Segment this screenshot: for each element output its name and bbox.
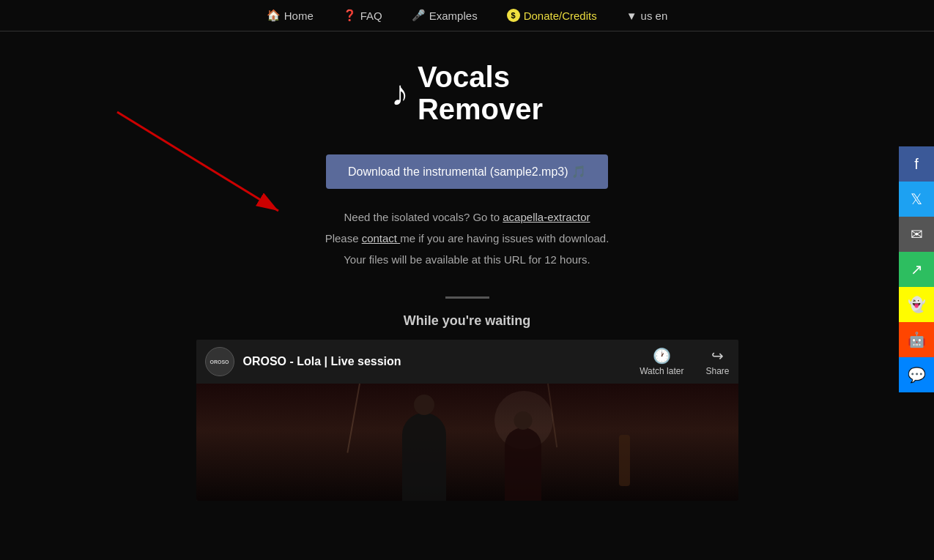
app-title: Vocals Remover (418, 61, 543, 125)
twitter-icon: 𝕏 (911, 190, 922, 208)
email-share-button[interactable]: ✉ (899, 217, 934, 252)
vocals-info: Need the isolated vocals? Go to acapella… (325, 211, 609, 223)
nav-donate[interactable]: $ Donate/Credits (507, 9, 597, 22)
channel-avatar: OROSO (205, 347, 234, 376)
info-section: Need the isolated vocals? Go to acapella… (325, 211, 609, 275)
nav-home[interactable]: 🏠 Home (267, 9, 314, 22)
facebook-icon: f (914, 156, 919, 173)
snapchat-share-button[interactable]: 👻 (899, 287, 934, 322)
arrow-pointer (95, 97, 315, 229)
sharethis-button[interactable]: ↗ (899, 252, 934, 287)
main-nav: 🏠 Home ❓ FAQ 🎤 Examples $ Donate/Credits… (0, 0, 934, 31)
video-scene (196, 384, 738, 501)
clock-icon: 🕐 (653, 347, 671, 365)
nav-examples[interactable]: 🎤 Examples (412, 9, 478, 22)
video-thumbnail[interactable] (196, 384, 738, 501)
contact-link[interactable]: contact (362, 232, 401, 244)
email-icon: ✉ (911, 225, 923, 243)
twitter-share-button[interactable]: 𝕏 (899, 182, 934, 217)
download-instrumental-button[interactable]: Download the instrumental (sample2.mp3) … (326, 154, 608, 189)
home-icon: 🏠 (267, 9, 281, 22)
snapchat-icon: 👻 (908, 296, 926, 313)
main-content: ♪ Vocals Remover Download the instrument… (0, 31, 934, 515)
share-button[interactable]: ↪ Share (705, 347, 729, 376)
messenger-share-button[interactable]: 💬 (899, 357, 934, 392)
video-actions: 🕐 Watch later ↪ Share (640, 347, 729, 376)
svg-line-1 (117, 112, 278, 211)
availability-info: Your files will be available at this URL… (325, 253, 609, 266)
faq-icon: ❓ (343, 9, 357, 22)
dollar-icon: $ (507, 9, 520, 22)
contact-info: Please contact me if you are having issu… (325, 232, 609, 244)
reddit-icon: 🤖 (908, 331, 926, 348)
section-divider (445, 296, 489, 299)
music-note-icon: ♪ (391, 73, 409, 113)
nav-language[interactable]: ▼ us en (626, 10, 668, 22)
waiting-title: While you're waiting (404, 313, 530, 329)
logo: ♪ Vocals Remover (391, 61, 543, 125)
watch-later-button[interactable]: 🕐 Watch later (640, 347, 683, 376)
acapella-extractor-link[interactable]: acapella-extractor (503, 211, 590, 223)
facebook-share-button[interactable]: f (899, 146, 934, 182)
reddit-share-button[interactable]: 🤖 (899, 322, 934, 357)
microphone-icon: 🎤 (412, 9, 426, 22)
share-arrow-icon: ↪ (711, 347, 724, 365)
social-sidebar: f 𝕏 ✉ ↗ 👻 🤖 💬 (899, 146, 934, 392)
messenger-icon: 💬 (908, 366, 926, 384)
video-player[interactable]: OROSO OROSO - Lola | Live session 🕐 Watc… (196, 340, 738, 501)
video-header: OROSO OROSO - Lola | Live session 🕐 Watc… (196, 340, 738, 384)
nav-faq[interactable]: ❓ FAQ (343, 9, 382, 22)
video-title: OROSO - Lola | Live session (243, 355, 631, 368)
share-icon: ↗ (911, 261, 923, 278)
chevron-down-icon: ▼ (626, 10, 637, 22)
